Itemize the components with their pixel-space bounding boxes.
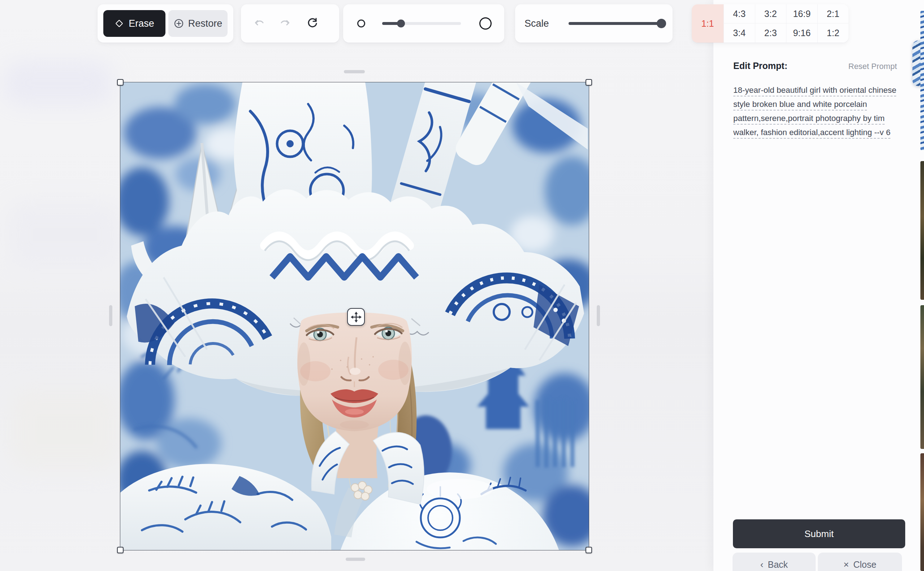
reset-image-button[interactable]	[306, 17, 319, 30]
canvas-drag-handle-left[interactable]	[109, 305, 113, 326]
scale-label: Scale	[524, 4, 549, 43]
resize-handle-bottom-right[interactable]	[586, 547, 592, 553]
canvas-drag-handle-right[interactable]	[597, 305, 600, 326]
erase-button-label: Erase	[129, 18, 154, 29]
restore-button-label: Restore	[188, 18, 222, 29]
restore-button[interactable]: Restore	[168, 10, 228, 37]
erase-diamond-icon	[114, 19, 124, 28]
canvas-drag-handle-top[interactable]	[344, 70, 365, 73]
aspect-option[interactable]: 4:3	[723, 4, 755, 23]
prompt-panel-header: Edit Prompt: Reset Prompt	[733, 61, 897, 71]
scale-thumb[interactable]	[657, 19, 666, 28]
canvas-drag-handle-bottom[interactable]	[346, 558, 365, 561]
thumbnail-item[interactable]	[920, 305, 924, 449]
prompt-text-input[interactable]: 18-year-old beautiful girl with oriental…	[733, 83, 907, 139]
mode-toolbar: Erase Restore	[97, 4, 233, 43]
brush-size-slider[interactable]	[382, 22, 461, 25]
close-button[interactable]: × Close	[818, 552, 902, 571]
move-image-handle[interactable]	[347, 308, 365, 326]
resize-handle-top-right[interactable]	[586, 79, 592, 86]
aspect-option[interactable]: 2:1	[818, 4, 849, 23]
submit-button[interactable]: Submit	[733, 519, 905, 548]
undo-icon	[253, 17, 266, 30]
resize-handle-bottom-left[interactable]	[117, 547, 123, 553]
back-chevron-icon: ‹	[760, 559, 764, 570]
prompt-panel: Edit Prompt: Reset Prompt 18-year-old be…	[713, 0, 924, 571]
move-icon	[350, 311, 362, 323]
redo-button[interactable]	[279, 17, 292, 30]
brush-min-icon	[357, 20, 365, 28]
background-blur-shape	[11, 390, 119, 469]
thumbnail-item[interactable]	[920, 11, 924, 150]
erase-button[interactable]: Erase	[103, 10, 165, 37]
aspect-ratio-grid: 4:3 3:2 16:9 2:1 3:4 2:3 9:16 1:2	[723, 4, 848, 43]
aspect-option-1-1[interactable]: 1:1	[692, 4, 723, 43]
app-stage: Edit Prompt: Reset Prompt 18-year-old be…	[0, 0, 924, 571]
brush-size-toolbar	[343, 4, 504, 43]
scale-toolbar: Scale	[515, 4, 673, 43]
resize-handle-top-left[interactable]	[117, 79, 123, 86]
brush-max-icon	[479, 17, 492, 29]
edit-prompt-label: Edit Prompt:	[733, 61, 787, 71]
aspect-ratio-toolbar: 1:1 4:3 3:2 16:9 2:1 3:4 2:3 9:16 1:2	[692, 4, 848, 43]
aspect-option[interactable]: 3:4	[723, 23, 755, 43]
thumbnail-item[interactable]	[920, 161, 924, 300]
background-blur-shape	[7, 202, 123, 267]
aspect-option[interactable]: 16:9	[786, 4, 818, 23]
aspect-option[interactable]: 3:2	[755, 4, 787, 23]
background-blur-shape	[4, 62, 112, 105]
close-x-icon: ×	[844, 559, 849, 570]
back-button-label: Back	[768, 559, 788, 570]
restore-plus-icon	[174, 19, 184, 29]
aspect-option[interactable]: 2:3	[755, 23, 787, 43]
redo-icon	[279, 17, 292, 30]
refresh-icon	[306, 17, 319, 30]
reset-prompt-button[interactable]: Reset Prompt	[848, 62, 897, 71]
thumbnail-item[interactable]	[920, 453, 924, 571]
aspect-option[interactable]: 9:16	[786, 23, 818, 43]
close-button-label: Close	[853, 559, 876, 570]
undo-button[interactable]	[253, 17, 266, 30]
scale-fill	[569, 22, 663, 25]
aspect-option[interactable]: 1:2	[818, 23, 849, 43]
back-button[interactable]: ‹ Back	[733, 552, 816, 571]
brush-size-thumb[interactable]	[397, 20, 405, 28]
history-toolbar	[241, 4, 339, 43]
scale-slider[interactable]	[569, 22, 663, 25]
